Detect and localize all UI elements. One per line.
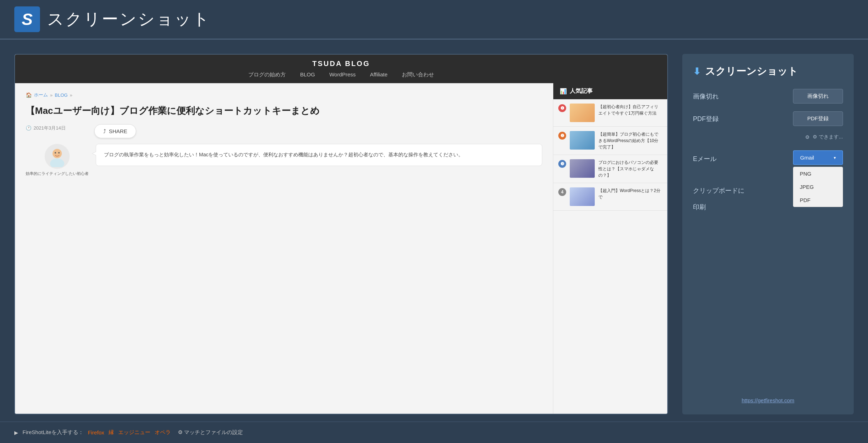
download-icon: ⬇ — [693, 66, 701, 77]
footer-opera-link[interactable]: オペラ — [155, 429, 171, 436]
footer-firefox-link[interactable]: Firefox — [88, 429, 104, 436]
article-area: 🏠 ホーム » BLOG » 【Macユーザー向け】ブログ作業に便利なショートカ… — [15, 83, 553, 414]
popular-item-3[interactable]: ❸ ブログにおけるパソコンの必要性とは？【スマホじゃダメなの？】 — [553, 155, 667, 183]
popular-thumb-3 — [570, 159, 595, 178]
popular-header: 📊 人気記事 — [553, 83, 667, 99]
footer-settings[interactable]: ⚙ マッチとファイルの設定 — [178, 429, 243, 436]
home-icon: 🏠 — [26, 92, 32, 98]
dropdown-jpeg[interactable]: JPEG — [793, 180, 843, 193]
article-title: 【Macユーザー向け】ブログ作業に便利なショートカットキーまとめ — [26, 104, 542, 118]
image-cut-button[interactable]: 画像切れ — [793, 89, 843, 104]
breadcrumb-home: ホーム — [34, 92, 48, 98]
popular-thumb-4 — [570, 187, 595, 206]
settings-row: ⚙ ⚙ できます... — [693, 134, 843, 140]
email-dropdown-container: Gmail ▾ PNG JPEG PDF — [793, 150, 843, 165]
footer: ▶ FireShotLiteを入手する： Firefox 縁 エッジニュー オペ… — [0, 422, 868, 443]
logo: S — [14, 6, 40, 32]
breadcrumb: 🏠 ホーム » BLOG » — [26, 92, 542, 98]
popular-text-1: 【超初心者向け】自己アフィリエイトで今すぐ1万円稼ぐ方法 — [598, 104, 662, 116]
preview-panel: TSUDA BLOG ブログの始め方 BLOG WordPress Affili… — [14, 54, 668, 414]
header: S スクリーンショット — [0, 0, 868, 39]
getfireshot-anchor[interactable]: https://getfireshot.com — [742, 397, 794, 403]
main-content: TSUDA BLOG ブログの始め方 BLOG WordPress Affili… — [0, 40, 868, 422]
email-row: Eメール Gmail ▾ PNG JPEG PDF — [693, 150, 843, 165]
blog-navbar: TSUDA BLOG ブログの始め方 BLOG WordPress Affili… — [15, 55, 667, 83]
dropdown-png[interactable]: PNG — [793, 167, 843, 180]
gmail-label: Gmail — [800, 155, 814, 161]
image-cut-row: 画像切れ 画像切れ — [693, 89, 843, 104]
blog-title: TSUDA BLOG — [15, 60, 667, 68]
footer-edge-link[interactable]: エッジニュー — [118, 429, 150, 436]
sidebar-area: 📊 人気記事 ❶ 【超初心者向け】自己アフィリエイトで今すぐ1万円稼ぐ方法 ❷ … — [553, 83, 667, 414]
chevron-down-icon: ▾ — [834, 155, 836, 160]
gmail-button[interactable]: Gmail ▾ — [793, 150, 843, 165]
svg-point-2 — [55, 152, 56, 153]
breadcrumb-sep2: » — [70, 92, 72, 98]
popular-text-2: 【超簡単】ブログ初心者にもできるWordPressの始め方【10分で完了】 — [598, 131, 662, 150]
image-cut-label: 画像切れ — [693, 92, 719, 101]
gear-icon: ⚙ — [805, 134, 810, 140]
chart-icon: 📊 — [560, 88, 567, 95]
blog-nav: ブログの始め方 BLOG WordPress Affiliate お問い合わせ — [15, 71, 667, 78]
clipboard-label: クリップボードに — [693, 186, 744, 195]
footer-main-text: FireShotLiteを入手する： — [23, 429, 84, 436]
pdf-label: PDF登録 — [693, 115, 719, 123]
clock-icon: 🕐 — [26, 125, 31, 131]
footer-en-link[interactable]: 縁 — [109, 429, 114, 436]
print-label: 印刷 — [693, 203, 706, 211]
popular-title: 人気記事 — [570, 87, 593, 95]
right-panel-title: ⬇ スクリーンショット — [693, 65, 843, 78]
popular-num-2: ❷ — [558, 132, 566, 140]
popular-item-2[interactable]: ❷ 【超簡単】ブログ初心者にもできるWordPressの始め方【10分で完了】 — [553, 127, 667, 155]
right-panel-title-text: スクリーンショット — [705, 65, 798, 78]
svg-point-3 — [58, 152, 60, 153]
settings-text: ⚙ できます... — [813, 134, 843, 140]
popular-text-3: ブログにおけるパソコンの必要性とは？【スマホじゃダメなの？】 — [598, 159, 662, 178]
share-icon: ⤴ — [103, 128, 106, 134]
article-row: 効率的にライティングしたい初心者 ブログの執筆作業をもっと効率化したい！Macを… — [26, 144, 542, 176]
article-bubble: ブログの執筆作業をもっと効率化したい！Macを使っているのですが、便利なおすすめ… — [96, 144, 542, 166]
breadcrumb-sep1: » — [50, 92, 53, 98]
share-button[interactable]: ⤴ SHARE — [94, 124, 136, 138]
popular-num-4: 4 — [558, 188, 566, 196]
svg-point-0 — [53, 149, 62, 158]
popular-item-1[interactable]: ❶ 【超初心者向け】自己アフィリエイトで今すぐ1万円稼ぐ方法 — [553, 99, 667, 127]
nav-link-start[interactable]: ブログの始め方 — [248, 71, 286, 78]
breadcrumb-section: BLOG — [55, 92, 68, 98]
right-panel: ⬇ スクリーンショット 画像切れ 画像切れ PDF登録 PDF登録 ⚙ ⚙ でき… — [682, 54, 854, 414]
popular-thumb-2 — [570, 131, 595, 150]
share-label: SHARE — [109, 128, 128, 134]
popular-thumb-1 — [570, 104, 595, 122]
article-date: 🕐 2021年3月14日 — [26, 125, 66, 131]
pdf-button[interactable]: PDF登録 — [793, 111, 843, 126]
email-label: Eメール — [693, 155, 717, 163]
popular-item-4[interactable]: 4 【超入門】WordPressとは？2分で — [553, 183, 667, 211]
app-title: スクリーンショット — [47, 8, 211, 30]
nav-link-contact[interactable]: お問い合わせ — [402, 71, 434, 78]
dropdown-menu: PNG JPEG PDF — [793, 167, 843, 207]
logo-letter: S — [22, 11, 33, 27]
dropdown-pdf[interactable]: PDF — [793, 193, 843, 207]
nav-link-wordpress[interactable]: WordPress — [329, 71, 356, 78]
svg-point-1 — [50, 158, 64, 167]
popular-num-3: ❸ — [558, 160, 566, 168]
play-icon: ▶ — [14, 430, 18, 436]
popular-text-4: 【超入門】WordPressとは？2分で — [598, 187, 662, 200]
blog-body: 🏠 ホーム » BLOG » 【Macユーザー向け】ブログ作業に便利なショートカ… — [15, 83, 667, 414]
getfireshot-link: https://getfireshot.com — [693, 397, 843, 404]
pdf-row: PDF登録 PDF登録 — [693, 111, 843, 126]
nav-link-affiliate[interactable]: Affiliate — [370, 71, 388, 78]
popular-num-1: ❶ — [558, 104, 566, 112]
author-label: 効率的にライティングしたい初心者 — [26, 171, 89, 176]
nav-link-blog[interactable]: BLOG — [300, 71, 315, 78]
author-avatar — [45, 144, 70, 169]
